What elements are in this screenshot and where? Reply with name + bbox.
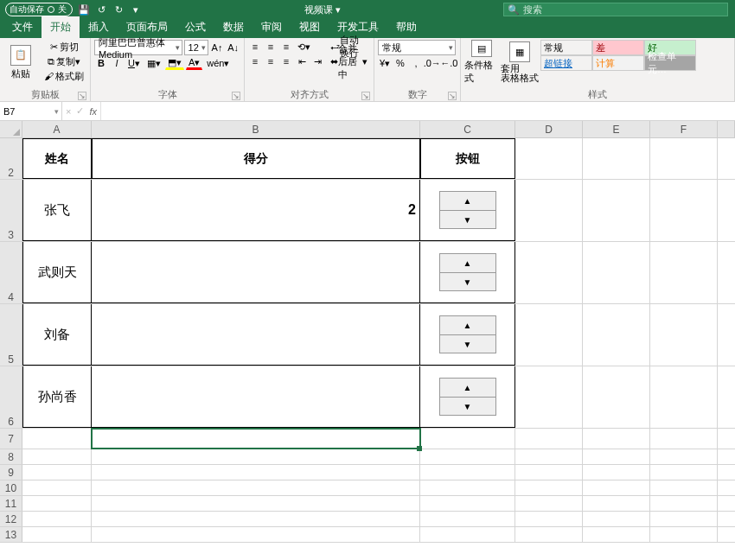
- cell[interactable]: [583, 138, 650, 179]
- cell[interactable]: [92, 480, 420, 495]
- align-left-button[interactable]: ≡: [248, 54, 262, 68]
- cell-name[interactable]: 武则天: [22, 242, 92, 303]
- cell[interactable]: [515, 465, 583, 480]
- selected-cell[interactable]: [92, 429, 420, 449]
- cell[interactable]: [22, 512, 92, 526]
- style-check[interactable]: 检查单元…: [644, 55, 696, 71]
- menu-tab-页面布局[interactable]: 页面布局: [118, 16, 176, 38]
- menu-tab-帮助[interactable]: 帮助: [387, 16, 425, 38]
- cell[interactable]: [650, 449, 718, 464]
- enter-formula-icon[interactable]: ✓: [76, 105, 84, 117]
- col-header[interactable]: C: [420, 121, 515, 137]
- inc-decimal-button[interactable]: .0→: [425, 56, 440, 70]
- col-header[interactable]: A: [22, 121, 92, 137]
- cell[interactable]: [515, 512, 583, 526]
- cancel-formula-icon[interactable]: ×: [66, 106, 71, 117]
- spin-control[interactable]: ▲▼: [439, 378, 496, 416]
- spin-up-button[interactable]: ▲: [439, 315, 496, 334]
- row-header[interactable]: 13: [0, 527, 22, 542]
- dialog-launcher-icon[interactable]: ↘: [78, 92, 86, 100]
- row-header[interactable]: 2: [0, 138, 22, 179]
- worksheet-grid[interactable]: A B C D E F 2 姓名 得分 按钮 3张飞2▲▼4武则天▲▼5刘备▲▼…: [0, 121, 735, 560]
- cell[interactable]: [583, 366, 650, 428]
- currency-button[interactable]: ¥▾: [378, 56, 392, 70]
- cell[interactable]: [650, 480, 718, 495]
- cell[interactable]: [92, 527, 420, 542]
- cell[interactable]: [92, 496, 420, 511]
- indent-dec-button[interactable]: ⇤: [295, 54, 309, 68]
- menu-tab-视图[interactable]: 视图: [291, 16, 329, 38]
- cut-button[interactable]: ✂ 剪切: [42, 40, 86, 54]
- spin-up-button[interactable]: ▲: [439, 378, 496, 397]
- cell[interactable]: [583, 480, 650, 495]
- format-painter-button[interactable]: 🖌 格式刷: [42, 69, 86, 83]
- cell[interactable]: [22, 480, 92, 495]
- align-right-button[interactable]: ≡: [279, 54, 293, 68]
- increase-font-button[interactable]: A↑: [210, 41, 225, 54]
- menu-tab-数据[interactable]: 数据: [214, 16, 252, 38]
- row-header[interactable]: 4: [0, 242, 22, 303]
- dec-decimal-button[interactable]: ←.0: [442, 56, 457, 70]
- cell[interactable]: [22, 465, 92, 480]
- col-header[interactable]: F: [650, 121, 718, 137]
- cell[interactable]: [583, 465, 650, 480]
- style-calc[interactable]: 计算: [592, 55, 644, 71]
- spin-down-button[interactable]: ▼: [439, 334, 496, 353]
- cell[interactable]: [420, 465, 515, 480]
- cell-name[interactable]: 孙尚香: [22, 366, 92, 428]
- cell[interactable]: [650, 242, 718, 303]
- comma-button[interactable]: ,: [409, 56, 423, 70]
- row-header[interactable]: 7: [0, 429, 22, 449]
- row-header[interactable]: 12: [0, 512, 22, 526]
- cell[interactable]: [92, 465, 420, 480]
- dialog-launcher-icon[interactable]: ↘: [232, 92, 240, 100]
- percent-button[interactable]: %: [393, 56, 407, 70]
- conditional-format-button[interactable]: ▤条件格式: [464, 40, 499, 85]
- font-name-combo[interactable]: 阿里巴巴普惠体 Medium: [94, 40, 182, 55]
- cell[interactable]: [583, 496, 650, 511]
- cell[interactable]: [515, 242, 583, 303]
- col-header[interactable]: B: [92, 121, 420, 137]
- spin-up-button[interactable]: ▲: [439, 253, 496, 272]
- align-top-button[interactable]: ≡: [248, 40, 262, 54]
- dialog-launcher-icon[interactable]: ↘: [448, 92, 457, 100]
- cell[interactable]: [420, 527, 515, 542]
- save-icon[interactable]: 💾: [78, 3, 90, 16]
- cell[interactable]: [515, 496, 583, 511]
- phonetic-button[interactable]: wén▾: [204, 56, 232, 70]
- cell-name[interactable]: 张飞: [22, 180, 92, 241]
- cell[interactable]: [92, 449, 420, 464]
- style-normal[interactable]: 常规: [540, 40, 592, 55]
- decrease-font-button[interactable]: A↓: [226, 41, 240, 54]
- redo-icon[interactable]: ↻: [112, 3, 125, 16]
- col-header[interactable]: E: [583, 121, 650, 137]
- merge-center-button[interactable]: ⬌ 合并后居中 ▾: [328, 54, 370, 68]
- cell-button[interactable]: ▲▼: [420, 304, 515, 366]
- cell[interactable]: 按钮: [420, 138, 515, 179]
- menu-tab-公式[interactable]: 公式: [176, 16, 214, 38]
- cell[interactable]: [583, 304, 650, 366]
- cell[interactable]: [515, 138, 583, 179]
- cell-button[interactable]: ▲▼: [420, 366, 515, 428]
- cell-button[interactable]: ▲▼: [420, 242, 515, 303]
- align-middle-button[interactable]: ≡: [264, 40, 278, 54]
- cell[interactable]: [515, 527, 583, 542]
- cell[interactable]: [650, 366, 718, 428]
- spin-control[interactable]: ▲▼: [439, 191, 496, 229]
- indent-inc-button[interactable]: ⇥: [310, 54, 324, 68]
- row-header[interactable]: 3: [0, 180, 22, 241]
- search-box[interactable]: 🔍 搜索: [503, 3, 728, 16]
- menu-tab-审阅[interactable]: 审阅: [252, 16, 291, 38]
- row-header[interactable]: 10: [0, 480, 22, 495]
- dialog-launcher-icon[interactable]: ↘: [361, 92, 370, 100]
- number-format-combo[interactable]: 常规: [378, 40, 456, 55]
- cell[interactable]: [515, 449, 583, 464]
- cell[interactable]: [583, 242, 650, 303]
- menu-tab-插入[interactable]: 插入: [80, 16, 118, 38]
- cell[interactable]: [583, 512, 650, 526]
- font-color-button[interactable]: A▾: [186, 56, 202, 70]
- spin-down-button[interactable]: ▼: [439, 210, 496, 229]
- cell[interactable]: [22, 496, 92, 511]
- fx-icon[interactable]: fx: [89, 106, 97, 117]
- spin-down-button[interactable]: ▼: [439, 272, 496, 291]
